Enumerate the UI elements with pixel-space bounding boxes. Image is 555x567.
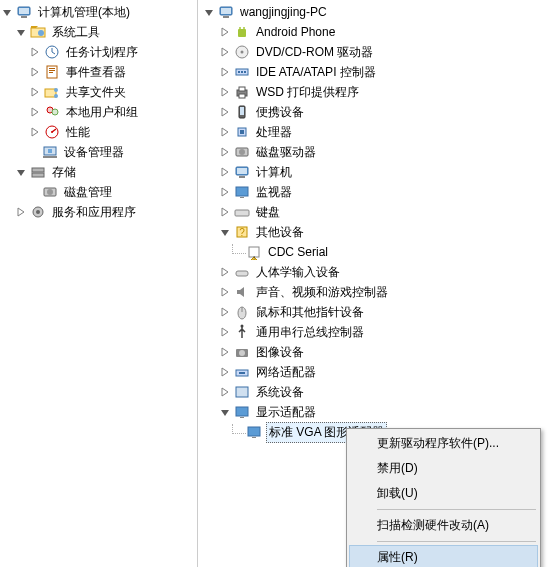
label: 任务计划程序 <box>64 43 140 62</box>
expand-icon[interactable] <box>218 225 232 239</box>
expand-icon[interactable] <box>14 205 28 219</box>
label: 图像设备 <box>254 343 306 362</box>
label: 网络适配器 <box>254 363 318 382</box>
label: IDE ATA/ATAPI 控制器 <box>254 63 378 82</box>
label: 事件查看器 <box>64 63 128 82</box>
devmgr-icon <box>42 144 58 160</box>
label: 系统设备 <box>254 383 306 402</box>
cat-computer[interactable]: 计算机 <box>198 162 555 182</box>
expand-icon[interactable] <box>218 105 232 119</box>
cat-wsd[interactable]: WSD 打印提供程序 <box>198 82 555 102</box>
expand-icon[interactable] <box>218 145 232 159</box>
label: 人体学输入设备 <box>254 263 342 282</box>
pc-root[interactable]: wangjingjing-PC <box>198 2 555 22</box>
label: 声音、视频和游戏控制器 <box>254 283 390 302</box>
cat-mouse[interactable]: 鼠标和其他指针设备 <box>198 302 555 322</box>
expand-icon[interactable] <box>28 125 42 139</box>
label: 键盘 <box>254 203 282 222</box>
expand-icon[interactable] <box>218 125 232 139</box>
cat-disk[interactable]: 磁盘驱动器 <box>198 142 555 162</box>
task-scheduler[interactable]: 任务计划程序 <box>0 42 197 62</box>
perf-icon <box>44 124 60 140</box>
cat-monitor[interactable]: 监视器 <box>198 182 555 202</box>
gear-icon <box>30 204 46 220</box>
label: 系统工具 <box>50 23 102 42</box>
expand-icon[interactable] <box>218 365 232 379</box>
expand-icon[interactable] <box>218 85 232 99</box>
system-tools[interactable]: 系统工具 <box>0 22 197 42</box>
expand-icon[interactable] <box>28 65 42 79</box>
cat-dvd[interactable]: DVD/CD-ROM 驱动器 <box>198 42 555 62</box>
label: 便携设备 <box>254 103 306 122</box>
expand-icon[interactable] <box>218 25 232 39</box>
expand-icon[interactable] <box>218 345 232 359</box>
disk-icon <box>234 144 250 160</box>
cat-hid[interactable]: 人体学输入设备 <box>198 262 555 282</box>
cat-ide[interactable]: IDE ATA/ATAPI 控制器 <box>198 62 555 82</box>
menu-uninstall[interactable]: 卸载(U) <box>349 481 538 506</box>
performance[interactable]: 性能 <box>0 122 197 142</box>
cat-usb[interactable]: 通用串行总线控制器 <box>198 322 555 342</box>
device-tree-pane: wangjingjing-PC Android Phone DVD/CD-ROM… <box>198 0 555 567</box>
cat-android[interactable]: Android Phone <box>198 22 555 42</box>
usb-icon <box>234 324 250 340</box>
label: 磁盘驱动器 <box>254 143 318 162</box>
expand-icon[interactable] <box>218 185 232 199</box>
disk-icon <box>42 184 58 200</box>
cat-portable[interactable]: 便携设备 <box>198 102 555 122</box>
label: 显示适配器 <box>254 403 318 422</box>
cat-sound[interactable]: 声音、视频和游戏控制器 <box>198 282 555 302</box>
cat-network[interactable]: 网络适配器 <box>198 362 555 382</box>
dev-cdc-serial[interactable]: CDC Serial <box>198 242 555 262</box>
context-menu: 更新驱动程序软件(P)... 禁用(D) 卸载(U) 扫描检测硬件改动(A) 属… <box>346 428 541 567</box>
monitor-icon <box>234 184 250 200</box>
expand-icon[interactable] <box>218 265 232 279</box>
camera-icon <box>234 344 250 360</box>
expand-icon[interactable] <box>218 385 232 399</box>
expand-icon[interactable] <box>218 165 232 179</box>
cat-other[interactable]: 其他设备 <box>198 222 555 242</box>
expand-icon[interactable] <box>14 25 28 39</box>
cat-system[interactable]: 系统设备 <box>198 382 555 402</box>
expand-icon[interactable] <box>14 165 28 179</box>
cpu-icon <box>234 124 250 140</box>
device-manager[interactable]: 设备管理器 <box>0 142 197 162</box>
root-computer-mgmt[interactable]: 计算机管理(本地) <box>0 2 197 22</box>
users-icon <box>44 104 60 120</box>
label: 服务和应用程序 <box>50 203 138 222</box>
mouse-icon <box>234 304 250 320</box>
shared-folders[interactable]: 共享文件夹 <box>0 82 197 102</box>
expand-icon[interactable] <box>28 45 42 59</box>
label: 设备管理器 <box>62 143 126 162</box>
menu-properties[interactable]: 属性(R) <box>349 545 538 567</box>
menu-update-driver[interactable]: 更新驱动程序软件(P)... <box>349 431 538 456</box>
expand-icon[interactable] <box>218 65 232 79</box>
expand-icon[interactable] <box>218 305 232 319</box>
menu-disable[interactable]: 禁用(D) <box>349 456 538 481</box>
label: 鼠标和其他指针设备 <box>254 303 366 322</box>
expand-icon[interactable] <box>28 105 42 119</box>
services-apps[interactable]: 服务和应用程序 <box>0 202 197 222</box>
dvd-icon <box>234 44 250 60</box>
label: 存储 <box>50 163 78 182</box>
cat-cpu[interactable]: 处理器 <box>198 122 555 142</box>
expand-icon[interactable] <box>218 325 232 339</box>
local-users-groups[interactable]: 本地用户和组 <box>0 102 197 122</box>
disk-management[interactable]: 磁盘管理 <box>0 182 197 202</box>
storage-icon <box>30 164 46 180</box>
event-viewer[interactable]: 事件查看器 <box>0 62 197 82</box>
cat-keyboard[interactable]: 键盘 <box>198 202 555 222</box>
expand-icon[interactable] <box>202 5 216 19</box>
expand-icon[interactable] <box>28 85 42 99</box>
expand-icon[interactable] <box>218 405 232 419</box>
expand-icon[interactable] <box>218 205 232 219</box>
storage[interactable]: 存储 <box>0 162 197 182</box>
expand-icon[interactable] <box>218 45 232 59</box>
network-icon <box>234 364 250 380</box>
expand-icon[interactable] <box>0 5 14 19</box>
expand-icon[interactable] <box>218 285 232 299</box>
cat-imaging[interactable]: 图像设备 <box>198 342 555 362</box>
shared-icon <box>44 84 60 100</box>
menu-scan-hardware[interactable]: 扫描检测硬件改动(A) <box>349 513 538 538</box>
cat-display[interactable]: 显示适配器 <box>198 402 555 422</box>
